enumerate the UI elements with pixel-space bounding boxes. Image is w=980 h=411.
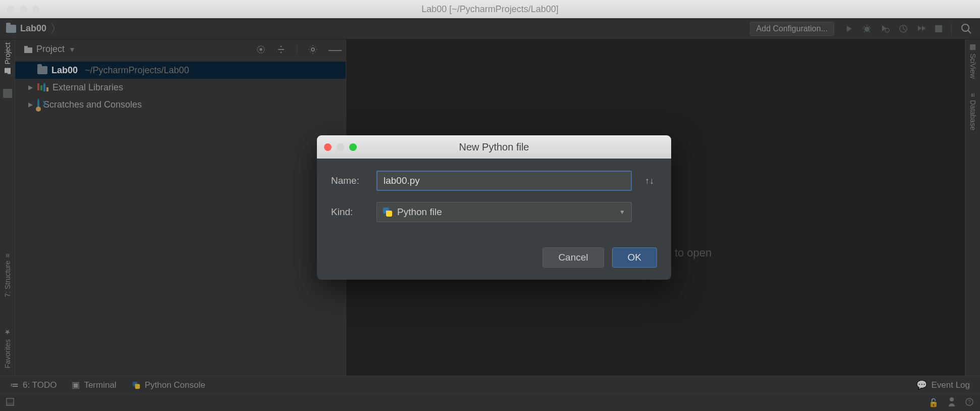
- dialog-titlebar: New Python file: [317, 135, 671, 159]
- python-icon: [383, 208, 392, 217]
- sort-icon[interactable]: ↑↓: [642, 176, 657, 186]
- cancel-button[interactable]: Cancel: [542, 247, 604, 268]
- new-python-file-dialog: New Python file Name: ↑↓ Kind: Python fi…: [317, 135, 671, 280]
- kind-select[interactable]: Python file ▼: [376, 202, 632, 222]
- dialog-title: New Python file: [317, 141, 671, 153]
- ok-button[interactable]: OK: [612, 247, 657, 268]
- name-label: Name:: [331, 175, 366, 186]
- window-title: Lab00 [~/PycharmProjects/Lab00]: [0, 4, 980, 15]
- kind-label: Kind:: [331, 207, 366, 218]
- chevron-down-icon: ▼: [619, 209, 625, 216]
- kind-value: Python file: [397, 207, 442, 218]
- window-titlebar: Lab00 [~/PycharmProjects/Lab00]: [0, 0, 980, 18]
- name-input[interactable]: [376, 171, 632, 191]
